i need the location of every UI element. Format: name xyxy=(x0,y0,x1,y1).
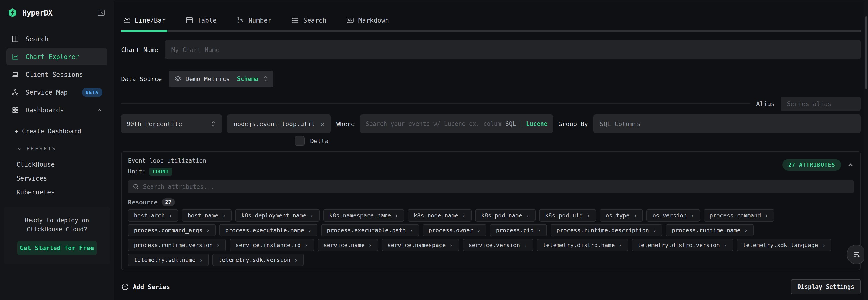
layers-icon xyxy=(174,75,182,83)
chevron-right-icon: › xyxy=(449,242,453,249)
attribute-chip[interactable]: process.pid › xyxy=(490,224,547,237)
attribute-chip-label: process.runtime.version xyxy=(134,242,213,248)
metric-attributes-panel: Event loop utilization Unit: COUNT 27 AT… xyxy=(121,152,861,270)
where-placeholder: Search your events w/ Lucene ex. column:… xyxy=(366,120,502,127)
attribute-chip[interactable]: service.version › xyxy=(463,239,533,251)
attribute-chip[interactable]: k8s.pod.name › xyxy=(475,209,535,222)
preset-item[interactable]: Kubernetes xyxy=(0,189,114,196)
schema-link[interactable]: Schema xyxy=(237,76,258,82)
attribute-chip[interactable]: telemetry.distro.version › xyxy=(632,239,733,251)
resource-group-row: Resource 27 xyxy=(128,198,854,206)
chevron-right-icon: › xyxy=(586,212,590,219)
attribute-chip-label: k8s.pod.uid xyxy=(545,212,583,219)
tab-table[interactable]: Table xyxy=(184,17,218,30)
preset-item[interactable]: Services xyxy=(0,174,114,182)
group-by-input[interactable] xyxy=(593,114,861,133)
chart-explorer-main: Line/Bar Table 123 Number Search Markdow… xyxy=(114,0,868,300)
attribute-chip[interactable]: telemetry.sdk.language › xyxy=(737,239,831,251)
sidebar-item-chart-explorer[interactable]: Chart Explorer xyxy=(6,48,107,65)
attribute-chip-label: process.pid xyxy=(496,227,534,234)
chevron-right-icon: › xyxy=(723,242,727,249)
delta-checkbox[interactable] xyxy=(294,136,305,146)
tab-markdown[interactable]: Markdown xyxy=(344,17,391,30)
attribute-chip[interactable]: telemetry.sdk.name › xyxy=(128,254,209,266)
attribute-chip[interactable]: process.runtime.name › xyxy=(666,224,754,237)
tab-number[interactable]: 123 Number xyxy=(235,17,273,30)
sidebar-item-label: Dashboards xyxy=(26,106,64,114)
attribute-chip-label: service.instance.id xyxy=(236,242,301,248)
chart-type-tabs: Line/Bar Table 123 Number Search Markdow… xyxy=(121,17,861,32)
unit-label: Unit: xyxy=(128,168,146,175)
display-settings-button[interactable]: Display Settings xyxy=(791,279,861,294)
data-source-row: Data Source Demo Metrics Schema xyxy=(121,71,861,87)
attribute-chip[interactable]: k8s.node.name › xyxy=(408,209,472,222)
get-started-button[interactable]: Get Started for Free xyxy=(17,241,97,255)
attribute-chip[interactable]: host.arch › xyxy=(128,209,178,222)
attribute-chip-label: telemetry.sdk.name xyxy=(134,257,195,263)
sidebar-item-dashboards[interactable]: Dashboards xyxy=(6,102,107,118)
attribute-chip[interactable]: os.version › xyxy=(646,209,700,222)
scrollbar-track[interactable] xyxy=(864,0,868,300)
attribute-chip[interactable]: process.runtime.version › xyxy=(128,239,226,251)
collapse-chevron-up-icon[interactable] xyxy=(847,161,854,168)
alias-input[interactable] xyxy=(781,97,861,111)
attribute-chip[interactable]: process.owner › xyxy=(423,224,486,237)
attribute-chip[interactable]: service.namespace › xyxy=(382,239,459,251)
attribute-filter-fab[interactable] xyxy=(846,245,866,264)
where-search-input[interactable]: Search your events w/ Lucene ex. column:… xyxy=(360,114,553,133)
delta-row: Delta xyxy=(294,136,861,146)
attribute-chip[interactable]: os.type › xyxy=(600,209,643,222)
attribute-chip-label: process.runtime.description xyxy=(557,227,649,234)
where-label: Where xyxy=(336,120,354,128)
chevron-right-icon: › xyxy=(765,212,768,219)
attribute-chip[interactable]: process.command_args › xyxy=(128,224,216,237)
attribute-chip[interactable]: k8s.namespace.name › xyxy=(323,209,404,222)
attribute-chip[interactable]: k8s.pod.uid › xyxy=(539,209,596,222)
attribute-chip[interactable]: process.executable.name › xyxy=(219,224,317,237)
attribute-chip[interactable]: service.instance.id › xyxy=(229,239,314,251)
add-series-button[interactable]: Add Series xyxy=(121,283,170,291)
attribute-chip[interactable]: process.runtime.description › xyxy=(551,224,662,237)
remove-metric-icon[interactable]: ✕ xyxy=(320,120,324,128)
attribute-chip[interactable]: telemetry.sdk.version › xyxy=(212,254,304,266)
create-dashboard-button[interactable]: + Create Dashboard xyxy=(0,128,114,135)
attribute-chip[interactable]: service.name › xyxy=(318,239,378,251)
layout-grid-icon xyxy=(11,35,19,43)
chart-name-input[interactable] xyxy=(165,40,861,59)
attribute-search-input[interactable]: Search attributes... xyxy=(128,180,854,193)
chart-line-icon xyxy=(11,53,19,61)
sidebar-item-client-sessions[interactable]: Client Sessions xyxy=(6,66,107,83)
attributes-count-badge: 27 ATTRIBUTES xyxy=(782,159,841,170)
attribute-chip-label: telemetry.distro.version xyxy=(638,242,720,248)
clickhouse-cloud-promo: Ready to deploy on ClickHouse Cloud? Get… xyxy=(4,207,110,264)
attribute-chip[interactable]: process.executable.path › xyxy=(321,224,419,237)
chevron-right-icon: › xyxy=(537,227,541,234)
laptop-icon xyxy=(11,71,19,78)
presets-header[interactable]: PRESETS xyxy=(0,146,114,152)
attribute-chip-label: telemetry.sdk.language xyxy=(743,242,818,248)
tab-search[interactable]: Search xyxy=(290,17,328,30)
lucene-toggle[interactable]: Lucene xyxy=(526,120,548,127)
search-icon xyxy=(132,183,140,190)
sidebar-item-search[interactable]: Search xyxy=(6,31,107,48)
attribute-chip-label: k8s.deployment.name xyxy=(241,212,306,219)
attribute-chip[interactable]: host.name › xyxy=(182,209,232,222)
attribute-chip[interactable]: process.command › xyxy=(704,209,774,222)
sql-toggle[interactable]: SQL xyxy=(505,120,516,127)
aggregation-select[interactable]: 90th Percentile xyxy=(121,114,222,133)
attribute-chip[interactable]: k8s.deployment.name › xyxy=(235,209,319,222)
dashboards-icon xyxy=(11,106,19,114)
brand: HyperDX xyxy=(8,8,52,18)
attribute-chip-label: service.namespace xyxy=(388,242,446,248)
attribute-chip[interactable]: telemetry.distro.name › xyxy=(537,239,628,251)
attribute-chip-list: host.arch › host.name › k8s.deployment.n… xyxy=(128,209,854,266)
tab-line-bar[interactable]: Line/Bar xyxy=(121,17,167,30)
sidebar-item-service-map[interactable]: Service Map BETA xyxy=(6,84,107,101)
preset-item[interactable]: ClickHouse xyxy=(0,161,114,168)
scrollbar-thumb[interactable] xyxy=(865,17,867,89)
metric-chip[interactable]: nodejs.event_loop.util ✕ xyxy=(227,114,331,133)
data-source-label: Data Source xyxy=(121,76,162,83)
sidebar-collapse-icon[interactable] xyxy=(97,9,105,17)
chevron-right-icon: › xyxy=(294,256,298,264)
data-source-select[interactable]: Demo Metrics Schema xyxy=(169,71,274,87)
